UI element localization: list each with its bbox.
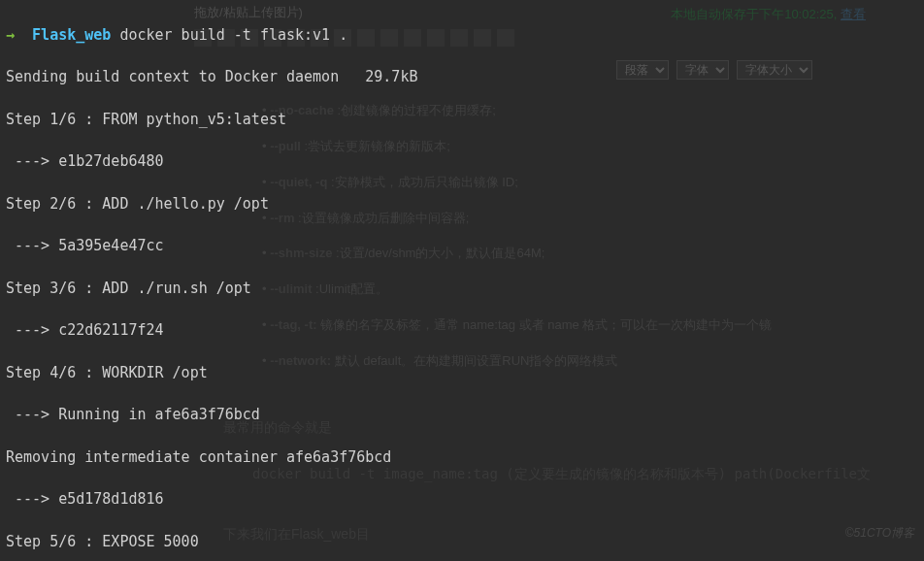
output-line: ---> Running in afe6a3f76bcd bbox=[6, 405, 918, 426]
output-line: ---> c22d62117f24 bbox=[6, 320, 918, 342]
output-line: ---> e1b27deb6480 bbox=[6, 151, 918, 173]
output-line: Step 3/6 : ADD ./run.sh /opt bbox=[6, 279, 918, 300]
output-line: Step 2/6 : ADD ./hello.py /opt bbox=[6, 194, 918, 215]
output-line: Step 5/6 : EXPOSE 5000 bbox=[6, 532, 918, 553]
terminal-output[interactable]: → Flask_web docker build -t flask:v1 . S… bbox=[0, 0, 924, 561]
output-line: Removing intermediate container afe6a3f7… bbox=[6, 447, 918, 469]
output-line: Step 1/6 : FROM python_v5:latest bbox=[6, 110, 918, 131]
prompt-line-1: → Flask_web docker build -t flask:v1 . bbox=[6, 25, 918, 47]
output-line: Step 4/6 : WORKDIR /opt bbox=[6, 363, 918, 384]
output-line: ---> e5d178d1d816 bbox=[6, 489, 918, 511]
output-line: Sending build context to Docker daemon 2… bbox=[6, 67, 918, 88]
output-line: ---> 5a395e4e47cc bbox=[6, 236, 918, 257]
